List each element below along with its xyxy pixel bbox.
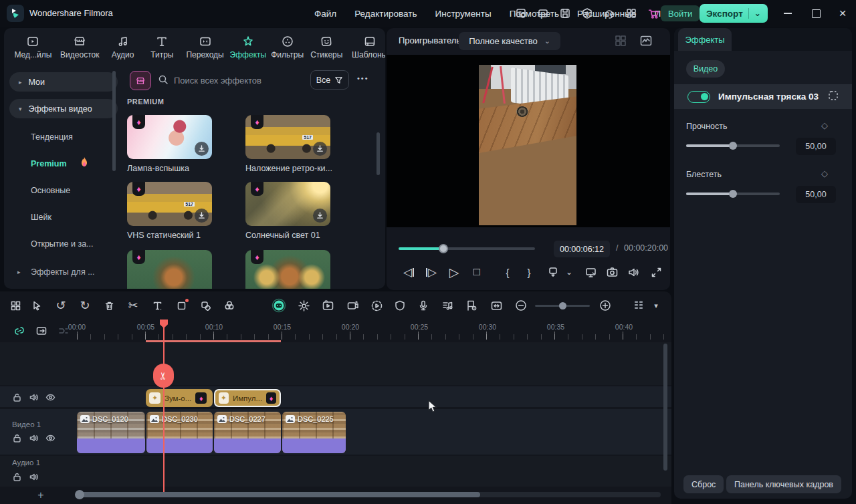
mark-in-button[interactable]: { [499, 263, 516, 281]
smart-cut-button[interactable] [295, 297, 312, 314]
timeline-vscrollbar[interactable] [663, 344, 667, 492]
display-device-button[interactable] [582, 263, 599, 281]
next-frame-button[interactable]: ▷ [423, 263, 440, 281]
effect-card-partial[interactable]: ♦ [245, 250, 330, 289]
timeline-ruler[interactable]: 00:00 00:05 00:10 00:15 00:20 00:25 00:3… [0, 320, 671, 342]
effect-thumbnail[interactable]: ♦ [245, 250, 330, 289]
sidebar-scrollbar[interactable] [112, 71, 116, 171]
lock-icon[interactable] [12, 392, 22, 402]
effect-thumbnail[interactable]: 517 ♦ [245, 115, 330, 159]
export-project-icon[interactable] [580, 6, 595, 21]
param-value[interactable]: 50,00 [796, 138, 836, 155]
effect-card-vhs-static[interactable]: 517 ♦ VHS статический 1 [127, 182, 212, 240]
mute-icon[interactable] [29, 433, 39, 443]
reset-button[interactable]: Сброс [683, 475, 724, 493]
effects-scrollbar[interactable] [377, 132, 380, 175]
save-icon[interactable] [558, 6, 572, 21]
tab-templates[interactable]: Шаблоны [347, 35, 385, 59]
menu-file[interactable]: Файл [314, 9, 336, 19]
insert-mode-icon[interactable] [35, 325, 47, 337]
effect-clip-impulse[interactable]: ✦ Импул... ♦ [214, 389, 281, 407]
zoom-to-fit-button[interactable] [488, 297, 505, 314]
timeline-zoom-slider[interactable] [535, 305, 590, 307]
color-match-tool[interactable] [221, 297, 238, 314]
tab-media[interactable]: Мед...йлы [11, 35, 56, 59]
mute-icon[interactable] [29, 392, 39, 402]
effect-thumbnail[interactable]: ♦ [245, 182, 330, 226]
download-icon[interactable] [195, 209, 209, 223]
tab-effects-properties[interactable]: Эффекты [678, 28, 732, 51]
multi-view-icon[interactable] [614, 34, 627, 47]
track-height-caret[interactable]: ▾ [647, 297, 665, 314]
effect-clip-zoom[interactable]: ✦ Зум-о... ♦ [146, 389, 213, 407]
seek-thumb[interactable] [439, 244, 448, 253]
close-button[interactable]: × [829, 0, 856, 27]
cart-icon[interactable] [646, 6, 661, 21]
speed-ramp-button[interactable] [319, 297, 336, 314]
effect-thumbnail[interactable]: 517 ♦ [127, 182, 212, 226]
video-preview[interactable] [479, 65, 576, 225]
audio-mixer-button[interactable] [439, 297, 456, 314]
login-button[interactable]: Войти [661, 5, 700, 21]
zoom-in-button[interactable] [597, 297, 614, 314]
more-options-button[interactable]: ••• [357, 74, 369, 82]
volume-button[interactable] [625, 263, 642, 281]
sidebar-group-video-effects[interactable]: ▾ Эффекты видео [9, 99, 118, 118]
sidebar-group-effects-for[interactable]: Эффекты для ... [31, 267, 95, 277]
tab-transitions[interactable]: Переходы [183, 35, 227, 59]
region-select-icon[interactable] [828, 90, 839, 103]
minimize-button[interactable] [774, 0, 801, 27]
menu-edit[interactable]: Редактировать [354, 9, 417, 19]
marker-button[interactable] [544, 263, 562, 281]
tab-effects[interactable]: Эффекты [229, 35, 267, 59]
support-headset-icon[interactable] [602, 6, 617, 21]
stop-button[interactable]: □ [468, 263, 486, 281]
ai-copilot-button[interactable] [270, 297, 288, 314]
effect-card-lamp-flash[interactable]: ♦ Лампа-вспышка [127, 115, 212, 173]
effect-card-partial[interactable]: ♦ [127, 250, 212, 289]
play-button[interactable]: ▷ [445, 263, 463, 281]
snapshot-button[interactable] [603, 263, 621, 281]
render-queue-icon[interactable] [514, 6, 528, 21]
zoom-out-button[interactable] [512, 297, 530, 314]
split-at-playhead-button[interactable]: ✂ [153, 364, 174, 388]
text-tool[interactable] [148, 297, 166, 314]
lock-icon[interactable] [12, 433, 22, 443]
sidebar-item-intro[interactable]: Открытие и за... [31, 239, 94, 249]
effect-card-sunlight[interactable]: ♦ Солнечный свет 01 [245, 182, 330, 240]
hide-icon[interactable] [45, 392, 56, 402]
delete-button[interactable] [100, 297, 118, 314]
mute-icon[interactable] [29, 472, 39, 482]
record-screen-button[interactable] [368, 297, 385, 314]
timeline-hscrollbar[interactable] [76, 492, 661, 497]
keyframe-tool[interactable] [197, 297, 214, 314]
download-icon[interactable] [195, 142, 209, 156]
effect-row[interactable]: Импульсная тряска 03 [674, 84, 852, 109]
undo-button[interactable]: ↺ [52, 297, 70, 314]
add-camera-button[interactable] [344, 297, 361, 314]
download-icon[interactable] [313, 209, 327, 223]
marker-caret-icon[interactable]: ⌄ [560, 263, 578, 281]
track-height-button[interactable] [630, 297, 647, 314]
param-value[interactable]: 50,00 [796, 186, 836, 203]
effects-store-button[interactable] [130, 71, 151, 90]
mask-button[interactable] [391, 297, 409, 314]
mark-out-button[interactable]: } [520, 263, 538, 281]
effect-thumbnail[interactable]: ♦ [127, 115, 212, 159]
media-browser-icon[interactable] [7, 297, 24, 314]
param-slider[interactable] [686, 144, 780, 147]
crop-tool[interactable] [173, 297, 190, 314]
select-tool[interactable] [28, 297, 45, 314]
hscrollbar-thumb[interactable] [76, 492, 480, 497]
scopes-icon[interactable] [639, 34, 653, 47]
tab-filters[interactable]: Фильтры [269, 35, 306, 59]
export-caret-icon[interactable]: ⌄ [754, 9, 761, 18]
tab-titles[interactable]: Титры [143, 35, 181, 59]
tab-stock[interactable]: Видеосток [58, 35, 102, 59]
voiceover-button[interactable] [415, 297, 432, 314]
tab-audio[interactable]: Аудио [104, 35, 142, 59]
video-clip[interactable]: DSC_0227 [214, 412, 281, 453]
marker-visibility-button[interactable] [463, 297, 480, 314]
effect-thumbnail[interactable]: ♦ [127, 250, 212, 289]
quality-dropdown[interactable]: Полное качество ⌄ [459, 32, 560, 50]
